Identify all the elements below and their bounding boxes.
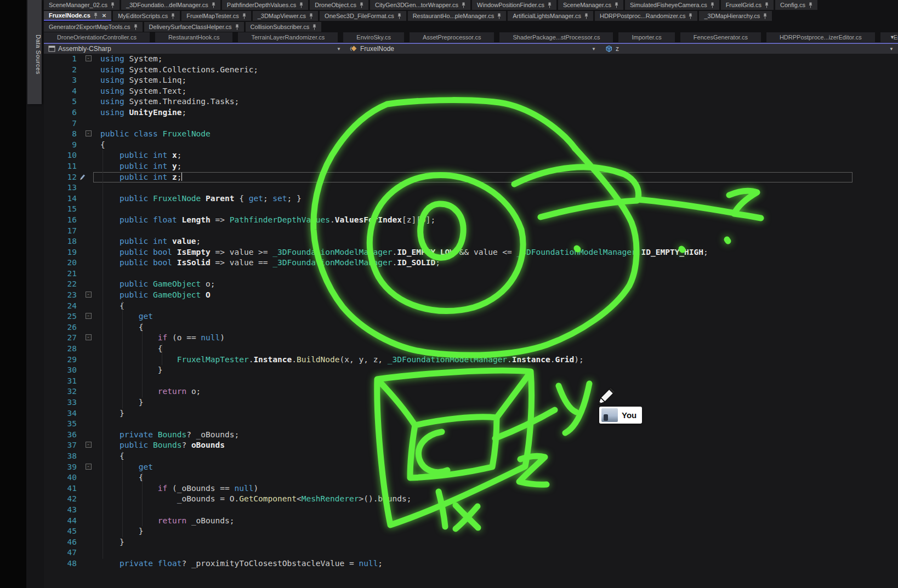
tab-CollisionSubscriber.cs[interactable]: CollisionSubscriber.cs: [246, 22, 322, 32]
pin-icon[interactable]: [94, 13, 98, 19]
tab-Config.cs[interactable]: Config.cs: [775, 0, 817, 10]
tab-_3DMapViewer.cs[interactable]: _3DMapViewer.cs: [253, 11, 318, 21]
code-line-41[interactable]: 41 if (_oBounds == null): [44, 483, 898, 494]
code-line-17[interactable]: 17: [44, 226, 898, 237]
tab-DroneOrientationController.cs[interactable]: DroneOrientationController.cs: [44, 32, 150, 42]
code-line-24[interactable]: 24 {: [44, 301, 898, 312]
tab-MyEditorScripts.cs[interactable]: MyEditorScripts.cs: [113, 11, 180, 21]
code-line-36[interactable]: 36 private Bounds? _oBounds;: [44, 430, 898, 441]
code-line-3[interactable]: 3using System.Linq;: [44, 75, 898, 86]
code-line-28[interactable]: 28 {: [44, 344, 898, 355]
fold-marker-icon[interactable]: -: [83, 290, 93, 301]
pin-icon[interactable]: [299, 2, 303, 8]
code-line-25[interactable]: 25- get: [44, 311, 898, 322]
code-line-7[interactable]: 7: [44, 118, 898, 129]
fold-marker-icon[interactable]: -: [83, 311, 93, 322]
tab-OneSec3D_FileFormat.cs[interactable]: OneSec3D_FileFormat.cs: [320, 11, 406, 21]
tab-TerrainLayerRandomizer.cs[interactable]: TerrainLayerRandomizer.cs: [238, 32, 338, 42]
tab-SceneManager.cs[interactable]: SceneManager.cs: [558, 0, 623, 10]
code-line-33[interactable]: 33 }: [44, 397, 898, 408]
code-line-42[interactable]: 42 _oBounds = O.GetComponent<MeshRendere…: [44, 494, 898, 505]
tab-FencesGenerator.cs[interactable]: FencesGenerator.cs: [680, 32, 761, 42]
code-line-4[interactable]: 4using System.Text;: [44, 86, 898, 97]
tab-RestaurantHook.cs[interactable]: RestaurantHook.cs: [155, 32, 233, 42]
code-line-19[interactable]: 19 public bool IsEmpty => value >= _3DFo…: [44, 247, 898, 258]
code-line-47[interactable]: 47: [44, 547, 898, 558]
pin-icon[interactable]: [134, 24, 138, 30]
tab-RestaurantHo...pleManager.cs[interactable]: RestaurantHo...pleManager.cs: [408, 11, 507, 21]
code-line-23[interactable]: 23- public GameObject O: [44, 290, 898, 301]
code-line-46[interactable]: 46 }: [44, 537, 898, 548]
code-line-8[interactable]: 8-public class FruxelNode: [44, 129, 898, 140]
project-dropdown[interactable]: Assembly-CSharp ▼: [44, 44, 345, 54]
code-line-35[interactable]: 35: [44, 419, 898, 430]
code-line-45[interactable]: 45 }: [44, 526, 898, 537]
code-line-14[interactable]: 14 public FruxelNode Parent { get; set; …: [44, 193, 898, 204]
tab-HDRPPostproce...izerEditor.cs[interactable]: HDRPPostproce...izerEditor.cs: [766, 32, 875, 42]
code-line-44[interactable]: 44 return _oBounds;: [44, 516, 898, 527]
code-line-18[interactable]: 18 public int value;: [44, 236, 898, 247]
fold-marker-icon[interactable]: -: [83, 462, 93, 473]
code-line-13[interactable]: 13: [44, 182, 898, 193]
pin-icon[interactable]: [312, 24, 316, 30]
pin-icon[interactable]: [689, 13, 692, 19]
code-line-12[interactable]: 12 public int z;: [44, 172, 898, 183]
code-line-32[interactable]: 32 return o;: [44, 386, 898, 397]
tab-overflow-chevron-icon[interactable]: ▼: [890, 35, 895, 40]
tab-DroneObject.cs[interactable]: DroneObject.cs: [310, 0, 368, 10]
code-line-5[interactable]: 5using System.Threading.Tasks;: [44, 96, 898, 107]
tab-Importer.cs[interactable]: Importer.cs: [618, 32, 674, 42]
tab-FruxelNode.cs[interactable]: FruxelNode.cs✕: [44, 11, 111, 21]
code-line-38[interactable]: 38 {: [44, 451, 898, 462]
pin-icon[interactable]: [763, 13, 767, 19]
pin-icon[interactable]: [584, 13, 588, 19]
code-line-30[interactable]: 30 }: [44, 365, 898, 376]
pin-icon[interactable]: [462, 2, 465, 8]
code-line-2[interactable]: 2using System.Collections.Generic;: [44, 65, 898, 76]
code-line-27[interactable]: 27- if (o == null): [44, 333, 898, 344]
tab-EnviroSky.cs[interactable]: EnviroSky.cs: [343, 32, 404, 42]
code-editor[interactable]: 1-using System;2using System.Collections…: [44, 54, 898, 588]
tab-FruxelMapTester.cs[interactable]: FruxelMapTester.cs: [181, 11, 251, 21]
code-line-40[interactable]: 40 {: [44, 472, 898, 483]
code-line-9[interactable]: 9{: [44, 140, 898, 151]
tab-CityGen3DGen...torWrapper.cs[interactable]: CityGen3DGen...torWrapper.cs: [370, 0, 470, 10]
pin-icon[interactable]: [242, 13, 246, 19]
close-icon[interactable]: ✕: [102, 13, 106, 19]
tab-ArtificialLightsManager.cs[interactable]: ArtificialLightsManager.cs: [508, 11, 593, 21]
data-sources-vertical-tab[interactable]: Data Sources: [27, 0, 42, 104]
tab-HDRPPostproc...Randomizer.cs[interactable]: HDRPPostproc...Randomizer.cs: [595, 11, 698, 21]
fold-marker-icon[interactable]: -: [83, 129, 93, 140]
code-line-37[interactable]: 37- public Bounds? oBounds: [44, 440, 898, 451]
fold-marker-icon[interactable]: -: [83, 54, 93, 65]
tab-_3DFoundatio...delManager.cs[interactable]: _3DFoundatio...delManager.cs: [121, 0, 220, 10]
pin-icon[interactable]: [171, 13, 175, 19]
code-line-10[interactable]: 10 public int x;: [44, 150, 898, 161]
code-line-21[interactable]: 21: [44, 269, 898, 279]
tab-Generator2ExportMapTools.cs[interactable]: Generator2ExportMapTools.cs: [44, 22, 143, 32]
tab-ShaderPackage...stProcessor.cs[interactable]: ShaderPackage...stProcessor.cs: [499, 32, 613, 42]
tab-SceneManager_02.cs[interactable]: SceneManager_02.cs: [44, 0, 120, 10]
code-line-26[interactable]: 26 {: [44, 322, 898, 333]
pin-icon[interactable]: [711, 2, 714, 8]
pin-icon[interactable]: [497, 13, 501, 19]
pin-icon[interactable]: [111, 2, 115, 8]
pin-icon[interactable]: [360, 2, 363, 8]
fold-marker-icon[interactable]: -: [83, 440, 93, 451]
tab-AssetPreprocessor.cs[interactable]: AssetPreprocessor.cs: [410, 32, 494, 42]
pin-icon[interactable]: [397, 13, 401, 19]
pin-icon[interactable]: [235, 24, 239, 30]
code-line-20[interactable]: 20 public bool IsSolid => value == _3DFo…: [44, 258, 898, 269]
pin-icon[interactable]: [765, 2, 769, 8]
code-line-11[interactable]: 11 public int y;: [44, 161, 898, 172]
tab-DeliverySurfaceClassHelper.cs[interactable]: DeliverySurfaceClassHelper.cs: [144, 22, 244, 32]
code-line-43[interactable]: 43: [44, 505, 898, 516]
pin-icon[interactable]: [809, 2, 812, 8]
code-line-31[interactable]: 31: [44, 376, 898, 387]
code-line-29[interactable]: 29 FruxelMapTester.Instance.BuildNode(x,…: [44, 355, 898, 366]
tab-SimulatedFisheyeCamera.cs[interactable]: SimulatedFisheyeCamera.cs: [625, 0, 719, 10]
tab-PathfinderDepthValues.cs[interactable]: PathfinderDepthValues.cs: [222, 0, 308, 10]
pin-icon[interactable]: [548, 2, 552, 8]
code-line-6[interactable]: 6using UnityEngine;: [44, 107, 898, 118]
type-dropdown[interactable]: FruxelNode ▼: [345, 44, 600, 54]
